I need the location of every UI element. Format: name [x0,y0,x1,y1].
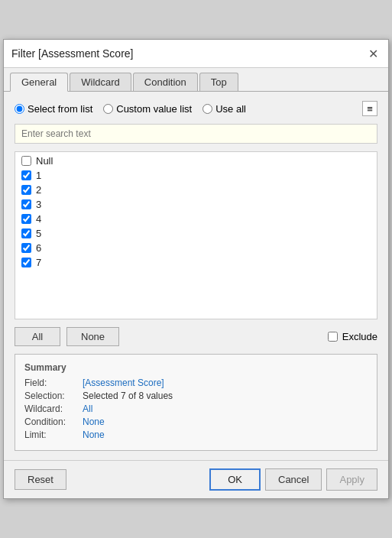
list-item[interactable]: 2 [15,183,377,197]
reset-button[interactable]: Reset [15,469,66,490]
tab-top[interactable]: Top [199,73,238,91]
filter-list: Null 1 2 3 4 5 [15,151,377,319]
tab-general[interactable]: General [10,73,68,92]
list-item[interactable]: 1 [15,168,377,183]
apply-button[interactable]: Apply [326,468,377,491]
footer-right-buttons: OK Cancel Apply [209,468,377,491]
list-item[interactable]: 3 [15,197,377,212]
summary-selection-label: Selection: [24,391,79,401]
list-item-label-6: 6 [36,242,41,254]
search-input[interactable] [15,124,377,144]
list-item-label-3: 3 [36,199,41,210]
all-button[interactable]: All [15,327,60,346]
title-bar: Filter [Assessment Score] ✕ [4,40,388,68]
summary-wildcard-value[interactable]: All [83,404,92,414]
ok-button[interactable]: OK [209,468,261,491]
dialog-title: Filter [Assessment Score] [11,47,134,60]
summary-condition-row: Condition: None [24,416,368,427]
list-item-checkbox-5[interactable] [21,228,31,238]
list-item-label-5: 5 [36,228,41,239]
radio-select-from-list[interactable]: Select from list [15,103,92,115]
radio-select-from-list-input[interactable] [15,104,24,114]
filter-dialog: Filter [Assessment Score] ✕ General Wild… [3,39,389,499]
tab-condition[interactable]: Condition [133,73,198,91]
close-button[interactable]: ✕ [365,46,381,61]
summary-condition-value[interactable]: None [83,416,105,427]
radio-use-all[interactable]: Use all [202,103,246,115]
dialog-content: Select from list Custom value list Use a… [4,92,388,460]
list-item-label-null: Null [36,155,53,167]
cancel-button[interactable]: Cancel [265,468,322,491]
list-item[interactable]: 5 [15,226,377,241]
list-item[interactable]: 7 [15,255,377,270]
radio-select-from-list-label: Select from list [28,103,92,115]
summary-wildcard-row: Wildcard: All [24,404,368,414]
list-item-checkbox-7[interactable] [21,258,31,267]
none-button[interactable]: None [66,327,119,346]
list-item-checkbox-1[interactable] [21,170,31,180]
list-item-checkbox-6[interactable] [21,243,31,253]
summary-wildcard-label: Wildcard: [24,404,79,414]
summary-condition-label: Condition: [24,416,79,427]
summary-field-label: Field: [24,378,79,388]
dialog-footer: Reset OK Cancel Apply [4,460,388,498]
list-item-checkbox-4[interactable] [21,214,31,224]
summary-selection-row: Selection: Selected 7 of 8 values [24,391,368,401]
radio-group: Select from list Custom value list Use a… [15,101,377,116]
list-item[interactable]: Null [15,154,377,168]
exclude-checkbox[interactable] [328,332,338,342]
exclude-label: Exclude [342,331,377,342]
radio-custom-value-list-label: Custom value list [116,103,192,115]
list-item-checkbox-3[interactable] [21,199,31,209]
summary-section: Summary Field: [Assessment Score] Select… [15,354,377,451]
radio-custom-value-list[interactable]: Custom value list [103,103,192,115]
list-item-label-7: 7 [36,257,41,268]
summary-limit-label: Limit: [24,429,79,440]
list-item-checkbox-null[interactable] [21,156,31,166]
summary-limit-row: Limit: None [24,429,368,440]
list-item-checkbox-2[interactable] [21,185,31,195]
list-item[interactable]: 4 [15,212,377,226]
tab-bar: General Wildcard Condition Top [4,68,388,92]
tab-wildcard[interactable]: Wildcard [70,73,131,91]
list-item-label-4: 4 [36,213,41,225]
list-view-icon[interactable]: ≡ [362,101,377,116]
list-item[interactable]: 6 [15,241,377,255]
list-button-row: All None Exclude [15,327,377,346]
list-item-label-2: 2 [36,184,41,196]
radio-use-all-label: Use all [215,103,246,115]
summary-field-value[interactable]: [Assessment Score] [83,378,164,388]
summary-title: Summary [24,362,368,373]
summary-field-row: Field: [Assessment Score] [24,378,368,388]
summary-limit-value[interactable]: None [83,429,105,440]
radio-custom-value-list-input[interactable] [103,104,113,114]
list-item-label-1: 1 [36,170,41,181]
radio-use-all-input[interactable] [202,104,212,114]
summary-selection-value: Selected 7 of 8 values [83,391,173,401]
exclude-option: Exclude [328,331,377,342]
